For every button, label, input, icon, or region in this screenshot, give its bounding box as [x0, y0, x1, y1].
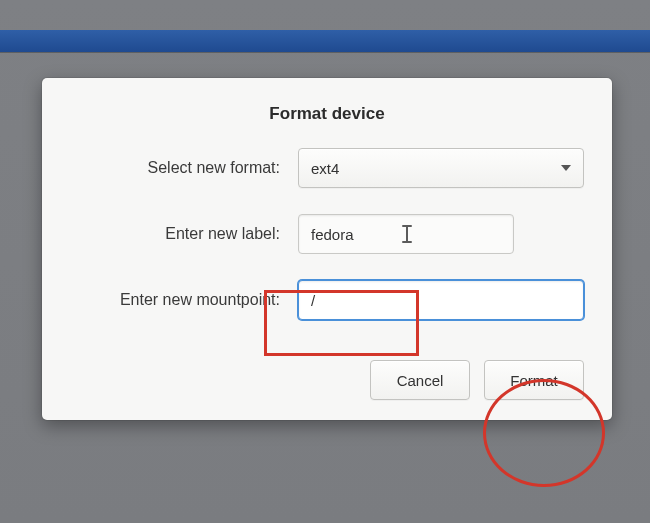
format-button[interactable]: Format — [484, 360, 584, 400]
format-combobox[interactable]: ext4 — [298, 148, 584, 188]
desktop-background: Format device Select new format: ext4 En… — [0, 0, 650, 523]
format-device-dialog: Format device Select new format: ext4 En… — [42, 78, 612, 420]
label-label: Enter new label: — [70, 225, 298, 243]
format-row: Select new format: ext4 — [70, 148, 584, 188]
mountpoint-label: Enter new mountpoint: — [70, 291, 298, 309]
chevron-down-icon — [561, 165, 571, 171]
mountpoint-input[interactable] — [298, 280, 584, 320]
cancel-button[interactable]: Cancel — [370, 360, 470, 400]
format-label: Select new format: — [70, 159, 298, 177]
dialog-button-row: Cancel Format — [70, 360, 584, 400]
mountpoint-row: Enter new mountpoint: — [70, 280, 584, 320]
text-cursor-icon — [402, 225, 412, 243]
format-combobox-value: ext4 — [311, 160, 553, 177]
top-bar-stripe — [0, 30, 650, 52]
label-row: Enter new label: — [70, 214, 584, 254]
dialog-title: Format device — [70, 104, 584, 124]
